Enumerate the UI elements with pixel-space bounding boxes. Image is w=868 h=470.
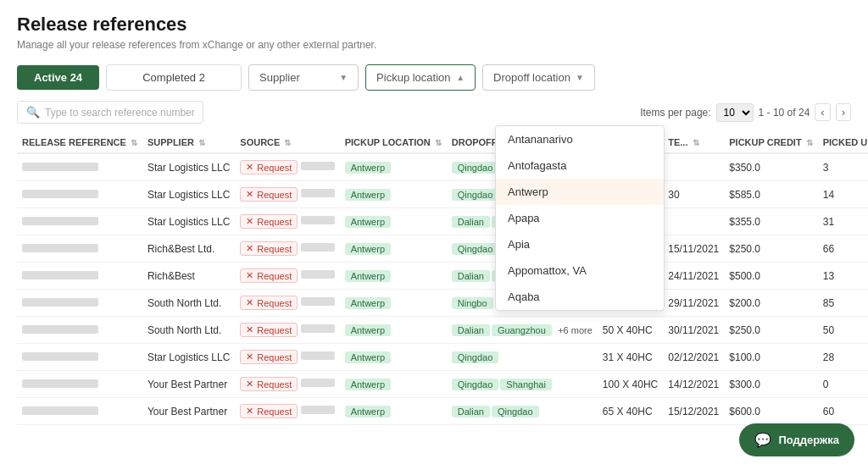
dropoff-tag: Dalian <box>452 406 490 417</box>
cell-picked-up: 3 <box>818 153 868 181</box>
cell-supplier: South North Ltd. <box>142 317 235 344</box>
source-bar <box>301 270 335 279</box>
col-source[interactable]: SOURCE ⇅ <box>235 132 339 153</box>
cell-supplier: Star Logistics LLC <box>142 153 235 181</box>
cell-ref <box>17 290 142 317</box>
cell-source: ✕ Request <box>235 344 339 371</box>
cell-pickup: Antwerp <box>340 181 447 208</box>
cell-date: 15/12/2021 <box>663 398 724 425</box>
source-tag: ✕ Request <box>240 268 298 283</box>
dropdown-item-antwerp[interactable]: Antwerp <box>496 179 664 205</box>
cell-pickup: Antwerp <box>340 344 447 371</box>
cell-dropoff: DalianQingdao <box>447 398 598 425</box>
cell-ref <box>17 263 142 290</box>
table-row: South North Ltd. ✕ Request Antwerp Ningb… <box>17 290 868 317</box>
tab-completed[interactable]: Completed 2 <box>106 64 242 91</box>
supplier-dropdown[interactable]: Supplier ▼ <box>248 64 359 91</box>
dropdown-item-antananarivo[interactable]: Antananarivo <box>496 126 664 152</box>
pickup-tag: Antwerp <box>345 216 391 228</box>
source-bar <box>301 351 335 360</box>
dropoff-tag: Qingdao <box>452 189 499 201</box>
cell-date: 30 <box>663 181 724 208</box>
pickup-chevron-icon: ▲ <box>456 73 465 82</box>
cell-credit: $300.0 <box>724 371 817 398</box>
pickup-tag: Antwerp <box>345 379 391 390</box>
source-bar <box>301 243 335 252</box>
cell-supplier: Rich&Best <box>142 263 235 290</box>
cell-credit: $100.0 <box>724 344 817 371</box>
col-release-reference[interactable]: RELEASE REFERENCE ⇅ <box>17 132 142 153</box>
cell-picked-up: 13 <box>818 263 868 290</box>
cell-credit: $200.0 <box>724 290 817 317</box>
next-page-button[interactable]: › <box>836 103 851 121</box>
dropoff-chevron-icon: ▼ <box>576 73 584 82</box>
tab-active[interactable]: Active 24 <box>17 65 99 90</box>
support-icon: 💬 <box>754 432 771 448</box>
dropdown-item-antofagasta[interactable]: Antofagasta <box>496 152 664 179</box>
pickup-location-dropdown[interactable]: Pickup location ▲ <box>365 64 476 91</box>
table-row: Star Logistics LLC ✕ Request Antwerp Dal… <box>17 208 868 235</box>
source-tag: ✕ Request <box>240 404 298 418</box>
source-tag: ✕ Request <box>240 323 298 337</box>
source-tag: ✕ Request <box>240 296 298 310</box>
support-button[interactable]: 💬 Поддержка <box>739 423 854 456</box>
dropdown-item-apia[interactable]: Apia <box>496 231 664 257</box>
prev-page-button[interactable]: ‹ <box>815 103 830 121</box>
source-tag: ✕ Request <box>240 214 298 229</box>
dropdown-item-appomattox[interactable]: Appomattox, VA <box>496 257 664 284</box>
dropoff-label: Dropoff location <box>493 71 570 84</box>
cell-credit: $585.0 <box>724 181 817 208</box>
dropdown-item-aqaba[interactable]: Aqaba <box>496 284 664 310</box>
x-mark-icon: ✕ <box>246 351 253 362</box>
col-pickup-credit[interactable]: PICKUP CREDIT ⇅ <box>724 132 817 153</box>
cell-credit: $600.0 <box>724 398 817 425</box>
dropoff-tag: Qingdao <box>452 243 499 255</box>
cell-pickup: Antwerp <box>340 290 447 317</box>
table-row: Your Best Partner ✕ Request Antwerp Dali… <box>17 398 868 425</box>
cell-pickup: Antwerp <box>340 263 447 290</box>
ref-bar <box>22 217 98 225</box>
ref-bar <box>22 244 98 252</box>
dropoff-tag: Dalian <box>452 270 490 282</box>
cell-source: ✕ Request <box>235 208 339 235</box>
dropdown-item-apapa[interactable]: Apapa <box>496 205 664 231</box>
cell-pickup: Antwerp <box>340 371 447 398</box>
cell-dropoff: DalianGuangzhou +6 more <box>447 317 598 344</box>
cell-pickup: Antwerp <box>340 208 447 235</box>
support-label: Поддержка <box>778 434 839 446</box>
per-page-select[interactable]: 10 25 50 <box>716 103 754 122</box>
source-bar <box>301 406 335 414</box>
cell-credit: $250.0 <box>724 235 817 263</box>
cell-pickup: Antwerp <box>340 153 447 181</box>
table-row: Star Logistics LLC ✕ Request Antwerp Qin… <box>17 181 868 208</box>
pickup-tag: Antwerp <box>345 406 391 417</box>
cell-supplier: Rich&Best Ltd. <box>142 235 235 263</box>
items-per-page-label: Items per page: <box>640 107 710 119</box>
col-te[interactable]: TE... ⇅ <box>663 132 724 153</box>
col-picked-up[interactable]: PICKED UP ⇅ <box>818 132 868 153</box>
cell-supplier: Your Best Partner <box>142 398 235 425</box>
cell-supplier: Star Logistics LLC <box>142 181 235 208</box>
cell-picked-up: 14 <box>818 181 868 208</box>
table-row: South North Ltd. ✕ Request Antwerp Dalia… <box>17 317 868 344</box>
cell-source: ✕ Request <box>235 181 339 208</box>
cell-date: 14/12/2021 <box>663 371 724 398</box>
col-supplier[interactable]: SUPPLIER ⇅ <box>142 132 235 153</box>
cell-supplier: Your Best Partner <box>142 371 235 398</box>
cell-ref <box>17 208 142 235</box>
cell-picked-up: 60 <box>818 398 868 425</box>
dropoff-location-dropdown[interactable]: Dropoff location ▼ <box>482 64 595 91</box>
cell-source: ✕ Request <box>235 371 339 398</box>
search-input[interactable] <box>45 107 194 119</box>
source-tag: ✕ Request <box>240 187 298 202</box>
pickup-tag: Antwerp <box>345 270 391 282</box>
ref-bar <box>22 379 98 388</box>
table-row: Your Best Partner ✕ Request Antwerp Qing… <box>17 371 868 398</box>
source-bar <box>301 379 335 387</box>
dropoff-tag: Dalian <box>452 324 490 336</box>
x-mark-icon: ✕ <box>246 379 253 390</box>
dropoff-tag: Qingdao <box>492 406 539 417</box>
cell-pickup: Antwerp <box>340 317 447 344</box>
col-pickup-location[interactable]: PICKUP LOCATION ⇅ <box>340 132 447 153</box>
pickup-tag: Antwerp <box>345 189 391 201</box>
